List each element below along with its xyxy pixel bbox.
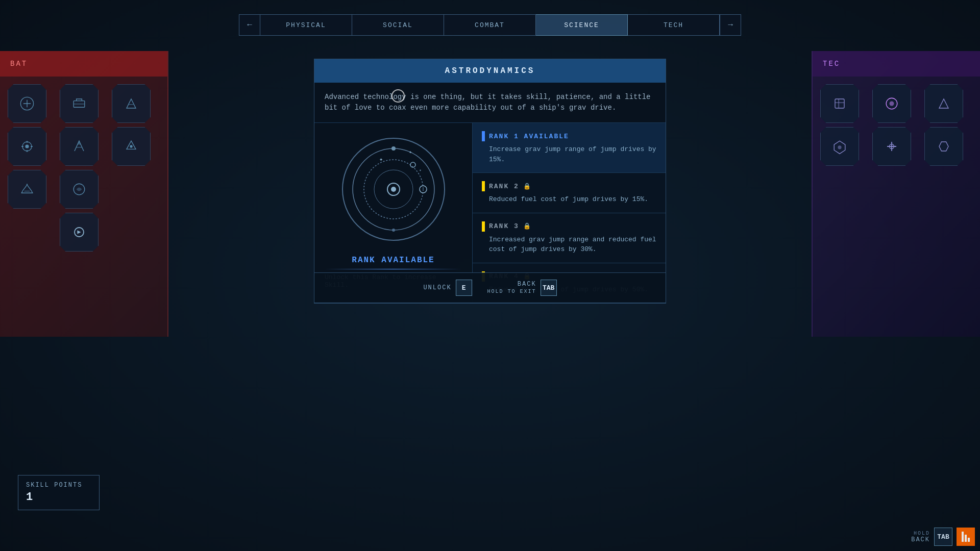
skill-badge[interactable] [924,127,963,166]
watermark-hold-back: HOLD BACK [911,531,930,543]
logo-icon [961,531,971,543]
skill-emblem: ✦ ✦ ✦ [337,133,450,245]
svg-rect-15 [835,99,844,108]
skill-icon [18,94,36,113]
bottom-action-bar: UNLOCK E BACKHOLD TO EXIT TAB [314,272,666,303]
skill-points-label: SKILL POINTS [26,482,91,489]
rank-2-lock-icon: 🔒 [523,183,531,190]
skill-description-text: Advanced technology is one thing, but it… [325,93,651,112]
rank-item-2[interactable]: RANK 2 🔒 Reduced fuel cost of jump drive… [473,173,666,213]
skill-badge[interactable] [872,127,911,166]
left-skill-panel: BAT [0,51,168,337]
skill-icon [935,94,953,113]
svg-rect-40 [968,538,970,542]
skill-badge[interactable] [820,127,859,166]
svg-point-30 [391,187,396,192]
skill-badge[interactable] [872,84,911,123]
rank-1-description: Increase grav jump range of jump drives … [482,144,656,164]
skill-badge[interactable] [8,170,46,209]
skill-badge[interactable] [924,84,963,123]
rank-2-indicator [482,181,485,191]
tab-science[interactable]: SCIENCE [536,14,628,36]
skill-description: Advanced technology is one thing, but it… [314,83,666,123]
skill-icon [70,223,88,241]
skill-icon [122,94,140,113]
svg-point-21 [838,145,841,149]
top-navigation: ← PHYSICAL SOCIAL COMBAT SCIENCE TECH → [239,14,741,36]
svg-point-5 [25,144,29,148]
svg-text:✦: ✦ [379,156,383,163]
hold-label: HOLD [911,531,930,536]
svg-point-36 [391,146,396,151]
nav-prev-button[interactable]: ← [239,14,260,36]
right-panel-title: TEC [823,60,840,68]
skill-badge[interactable] [112,84,151,123]
skill-icon [830,94,849,113]
right-panel-header: TEC [813,51,980,77]
unlock-button[interactable]: UNLOCK E [423,280,472,296]
svg-point-11 [130,145,132,147]
rank-divider [325,269,462,269]
rank-2-title: RANK 2 [489,183,519,190]
skill-points-value: 1 [26,491,91,504]
skill-badge[interactable] [8,127,46,166]
svg-text:✦: ✦ [409,149,412,155]
skill-card-header: ASTRODYNAMICS [314,59,666,83]
unlock-label: UNLOCK [423,284,451,291]
rank-1-title: RANK 1 AVAILABLE [489,133,569,140]
nav-next-button[interactable]: → [720,14,741,36]
gamer-guides-logo [957,528,975,546]
rank-1-header: RANK 1 AVAILABLE [482,131,656,141]
back-button[interactable]: BACKHOLD TO EXIT TAB [487,280,557,296]
left-skill-grid [0,77,167,259]
tab-key-badge: TAB [934,528,952,546]
skill-badge[interactable] [60,213,99,252]
right-skill-grid [813,77,980,173]
svg-point-19 [890,102,894,106]
skill-points-panel: SKILL POINTS 1 [18,475,100,510]
rank-3-header: RANK 3 🔒 [482,221,656,232]
skill-title: ASTRODYNAMICS [445,66,535,76]
tab-tech[interactable]: TECH [628,14,720,36]
svg-rect-39 [965,535,967,542]
rank-available-label: RANK AVAILABLE [352,256,434,265]
skill-badge[interactable] [820,84,859,123]
rank-3-indicator [482,221,485,232]
rank-2-header: RANK 2 🔒 [482,181,656,191]
astrodynamics-emblem: ✦ ✦ ✦ [337,133,450,245]
skill-icon [18,137,36,156]
svg-point-37 [392,229,395,232]
skill-badge[interactable] [60,127,99,166]
tab-physical[interactable]: PHYSICAL [260,14,352,36]
back-key-badge: TAB [541,280,557,296]
skill-icon [830,137,849,156]
skill-badge[interactable] [112,127,151,166]
tab-combat[interactable]: COMBAT [444,14,536,36]
back-hold-label: BACK [911,536,930,543]
skill-icon [883,94,901,113]
skill-badge[interactable] [8,84,46,123]
left-panel-header: BAT [0,51,167,77]
rank-item-3[interactable]: RANK 3 🔒 Increased grav jump range and r… [473,213,666,263]
skill-icon [935,137,953,156]
rank-1-indicator [482,131,485,141]
skill-icon [70,137,88,156]
watermark: HOLD BACK TAB [911,528,975,546]
skill-badge[interactable] [60,84,99,123]
back-label: BACKHOLD TO EXIT [487,281,536,295]
rank-3-title: RANK 3 [489,222,519,230]
skill-icon [70,94,88,113]
rank-item-1[interactable]: RANK 1 AVAILABLE Increase grav jump rang… [473,123,666,173]
rank-2-description: Reduced fuel cost of jump drives by 15%. [482,194,656,205]
rank-3-lock-icon: 🔒 [523,222,531,230]
skill-icon [18,180,36,198]
right-skill-panel: TEC [812,51,980,337]
skill-icon [883,137,901,156]
unlock-key-badge: E [456,280,472,296]
skill-badge[interactable] [60,170,99,209]
skill-card: ASTRODYNAMICS Advanced technology is one… [314,59,666,304]
tab-social[interactable]: SOCIAL [352,14,444,36]
svg-text:✦: ✦ [419,168,422,172]
left-panel-title: BAT [10,60,28,68]
svg-rect-38 [962,532,964,542]
